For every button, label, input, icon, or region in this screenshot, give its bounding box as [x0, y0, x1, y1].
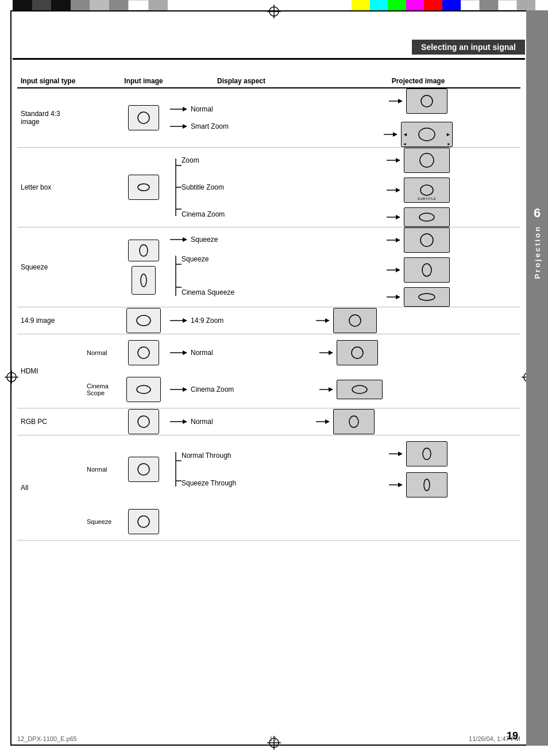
svg-marker-61 [183, 350, 187, 355]
row-149-subtype [83, 307, 121, 334]
all-normal-labels: Normal Through Squeeze Through [182, 449, 236, 489]
input-image-squeeze-wide [128, 240, 159, 261]
display-item-149-zoom: 14:9 Zoom [170, 317, 312, 325]
color-c [370, 0, 388, 10]
all-normal-branch: Normal Through Squeeze Through [170, 449, 312, 489]
main-content: Input signal type Input image Display as… [17, 67, 520, 735]
table-row: Letter box [17, 148, 520, 227]
svg-point-23 [138, 184, 149, 191]
table-row: All Normal [17, 435, 520, 504]
svg-point-30 [420, 153, 434, 167]
header-subtype [83, 75, 121, 88]
projected-rgbpc [316, 409, 520, 434]
proj-box-normal-through [406, 441, 447, 466]
proj-box-rgbpc [333, 409, 375, 434]
letterbox-labels: Zoom Subtitle Zoom Cinema Zoom [182, 153, 225, 222]
table-row: RGB PC Normal [17, 408, 520, 435]
projected-letterbox-cinema [387, 207, 450, 227]
display-label-cinema-zoom: Cinema Zoom [182, 210, 225, 218]
row-rgbpc-subtype [83, 408, 121, 435]
svg-point-36 [419, 213, 434, 221]
row-standard-type: Standard 4:3 image [17, 88, 83, 148]
row-hdmi-cinema-display: Cinema Zoom [167, 371, 316, 408]
svg-point-12 [138, 112, 149, 124]
row-standard-input [121, 88, 167, 148]
projected-hdmi-cinema [319, 380, 517, 399]
row-hdmi-cinema-projected [316, 371, 520, 408]
display-item-cinema-squeeze: Cinema Squeeze [182, 288, 234, 296]
display-label-squeeze2: Squeeze [182, 255, 209, 263]
color-block-6 [109, 0, 129, 10]
row-letterbox-subtype [83, 148, 121, 227]
input-image-rgbpc [128, 409, 159, 434]
row-149-projected [316, 307, 520, 334]
color-block-8 [149, 0, 168, 10]
row-rgbpc-input [121, 408, 167, 435]
table-row: CinemaScope Cinema Zoom [17, 371, 520, 408]
svg-point-58 [349, 315, 361, 326]
table-row: Squeeze [17, 227, 520, 307]
row-149-type: 14:9 image [17, 307, 83, 334]
squeeze-branch: Squeeze Cinema Squeeze [170, 253, 312, 299]
row-all-squeeze-projected-empty [316, 503, 520, 541]
display-label-normal-through: Normal Through [182, 452, 231, 460]
svg-point-83 [423, 448, 431, 460]
row-letterbox-input [121, 148, 167, 227]
svg-point-86 [424, 479, 430, 491]
svg-point-53 [137, 315, 150, 326]
color-block-5 [90, 0, 109, 10]
color-block-2 [32, 0, 52, 10]
table-row: Squeeze [17, 503, 520, 541]
projected-letterbox-zoom [387, 148, 450, 173]
proj-box-hdmi-cinema [337, 380, 383, 399]
display-item-hdmi-cinema: Cinema Zoom [170, 385, 312, 394]
footer: 12_DPX-1100_E.p65 19 11/26/04, 1:47 PM [17, 735, 520, 742]
chapter-number: 6 [534, 206, 541, 221]
display-item-smart-zoom: Smart Zoom [170, 122, 312, 131]
svg-point-37 [140, 245, 148, 256]
svg-marker-82 [398, 452, 403, 456]
row-hdmi-normal-subtype: Normal [83, 334, 121, 372]
chapter-label: Projection [533, 225, 542, 279]
page-number: 19 [507, 730, 518, 742]
footer-page-center: 19 [269, 735, 276, 742]
row-letterbox-display: Zoom Subtitle Zoom Cinema Zoom [167, 148, 316, 227]
left-crosshair [5, 371, 18, 386]
row-hdmi-type: HDMI [17, 334, 83, 408]
projected-letterbox-subtitle: SUBTITLE [387, 178, 450, 203]
color-gray [480, 0, 498, 10]
display-label-149-zoom: 14:9 Zoom [191, 317, 223, 325]
projected-standard-normal [389, 88, 447, 114]
color-block-7 [128, 0, 149, 10]
zoom-arrow-right: ► [446, 132, 451, 137]
color-block-4 [71, 0, 90, 10]
svg-point-59 [138, 347, 149, 358]
table-row: 14:9 image 14:9 Zoom [17, 307, 520, 334]
squeeze-inputs [121, 240, 167, 295]
row-all-normal-input [121, 435, 167, 504]
input-image-standard [128, 105, 159, 130]
svg-marker-16 [183, 124, 187, 129]
svg-marker-35 [396, 215, 400, 219]
svg-point-65 [137, 385, 150, 394]
display-label-rgbpc-normal: Normal [191, 418, 213, 426]
svg-marker-18 [398, 99, 403, 103]
footer-filename: 12_DPX-1100_E.p65 [17, 735, 77, 742]
zoom-arrow-bl: ◄ [403, 142, 407, 146]
top-bar-left [13, 0, 168, 10]
projected-squeeze1 [387, 227, 450, 253]
header-projected: Projected image [316, 75, 520, 88]
table-row: HDMI Normal Normal [17, 334, 520, 372]
input-image-letterbox [128, 175, 159, 200]
table-row: Standard 4:3 image Normal [17, 88, 520, 148]
row-standard-projected: ◄ ► ◄ ► [316, 88, 520, 148]
projected-squeeze2 [387, 257, 450, 283]
input-image-149 [126, 308, 161, 333]
svg-marker-69 [329, 387, 333, 392]
zoom-arrow-br: ► [447, 142, 451, 146]
row-hdmi-normal-input [121, 334, 167, 372]
row-hdmi-cinema-subtype: CinemaScope [83, 371, 121, 408]
display-label-squeeze1: Squeeze [191, 236, 218, 244]
row-squeeze-input [121, 227, 167, 307]
color-block-1 [13, 0, 32, 10]
